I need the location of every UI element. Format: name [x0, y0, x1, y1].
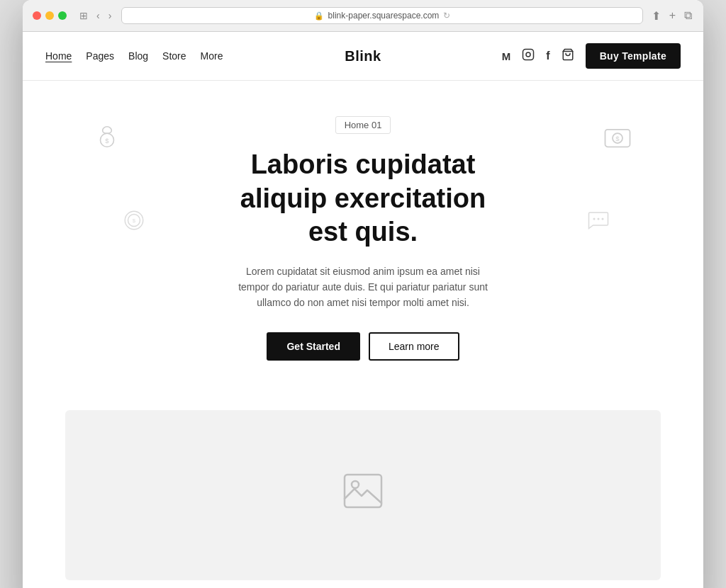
chat-icon-mid-right — [586, 208, 611, 240]
hero-buttons: Get Started Learn more — [79, 332, 647, 361]
url-text: blink-paper.squarespace.com — [328, 11, 440, 21]
forward-button[interactable]: › — [106, 9, 115, 22]
svg-point-16 — [352, 481, 359, 488]
facebook-icon[interactable]: f — [546, 50, 549, 62]
get-started-button[interactable]: Get Started — [267, 332, 359, 361]
nav-more[interactable]: More — [201, 50, 223, 62]
learn-more-button[interactable]: Learn more — [369, 332, 459, 361]
nav-store[interactable]: Store — [162, 50, 186, 62]
coin-icon-mid-left: $ — [122, 208, 146, 239]
nav-home[interactable]: Home — [45, 50, 72, 62]
instagram-icon[interactable] — [522, 48, 535, 64]
site-title: Blink — [345, 48, 381, 64]
svg-point-12 — [593, 218, 596, 220]
buy-template-button[interactable]: Buy Template — [586, 43, 681, 69]
back-button[interactable]: ‹ — [94, 9, 103, 22]
navbar: Home Pages Blog Store More Blink M f — [23, 32, 703, 81]
browser-actions: ⬆ + ⧉ — [650, 8, 693, 24]
hero-section: $ $ $ — [23, 81, 703, 403]
traffic-lights — [33, 11, 67, 20]
share-button[interactable]: ⬆ — [650, 8, 662, 24]
svg-point-14 — [602, 218, 604, 220]
svg-point-2 — [531, 52, 532, 52]
address-bar[interactable]: 🔒 blink-paper.squarespace.com ↻ — [121, 7, 642, 24]
svg-rect-15 — [345, 475, 381, 507]
lock-icon: 🔒 — [314, 11, 324, 21]
svg-point-13 — [598, 218, 600, 220]
nav-right: M f Buy Template — [502, 43, 681, 69]
nav-pages[interactable]: Pages — [86, 50, 114, 62]
site-content: Home Pages Blog Store More Blink M f — [23, 32, 703, 580]
close-button[interactable] — [33, 11, 41, 20]
minimize-button[interactable] — [45, 11, 54, 20]
reload-icon: ↻ — [443, 11, 450, 21]
browser-navigation: ⊞ ‹ › — [77, 9, 114, 22]
nav-links: Home Pages Blog Store More — [45, 50, 223, 62]
hero-description: Lorem cupidatat sit eiusmod anim ipsum e… — [235, 264, 491, 311]
hero-label: Home 01 — [335, 116, 391, 134]
svg-text:$: $ — [105, 137, 109, 145]
new-tab-button[interactable]: + — [668, 8, 677, 23]
svg-point-1 — [526, 52, 530, 57]
medium-icon[interactable]: M — [502, 50, 511, 62]
image-placeholder-section — [65, 410, 661, 580]
fullscreen-button[interactable] — [58, 11, 67, 20]
cart-icon[interactable] — [562, 48, 574, 64]
money-circle-icon-top-right: $ — [603, 123, 632, 159]
tabs-button[interactable]: ⧉ — [683, 8, 693, 23]
image-placeholder-icon — [342, 472, 384, 519]
svg-text:$: $ — [615, 135, 620, 142]
sidebar-toggle-button[interactable]: ⊞ — [77, 9, 91, 22]
hero-title: Laboris cupidatat aliquip exercitation e… — [221, 148, 505, 249]
svg-text:$: $ — [133, 217, 136, 224]
money-bag-icon-top-left: $ — [94, 123, 121, 157]
browser-window: ⊞ ‹ › 🔒 blink-paper.squarespace.com ↻ ⬆ … — [23, 0, 703, 588]
nav-blog[interactable]: Blog — [128, 50, 148, 62]
browser-chrome: ⊞ ‹ › 🔒 blink-paper.squarespace.com ↻ ⬆ … — [23, 0, 703, 32]
svg-rect-0 — [523, 50, 534, 60]
